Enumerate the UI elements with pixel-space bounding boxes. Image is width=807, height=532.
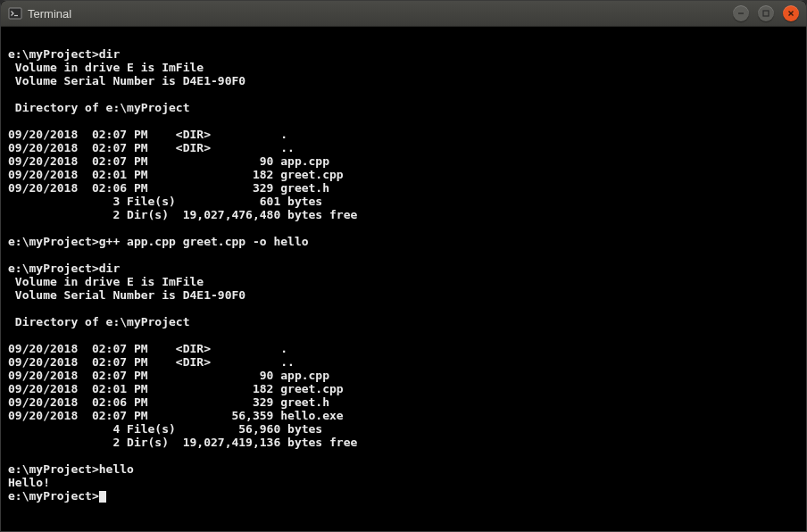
terminal-icon [8, 6, 22, 21]
cursor [99, 491, 106, 503]
maximize-button[interactable] [758, 5, 774, 21]
terminal-window: Terminal e:\myProject>dir Volume in driv… [0, 0, 807, 532]
close-button[interactable] [783, 5, 799, 21]
svg-rect-3 [763, 11, 769, 16]
titlebar[interactable]: Terminal [1, 1, 806, 27]
window-controls [733, 5, 799, 21]
terminal-output[interactable]: e:\myProject>dir Volume in drive E is Im… [8, 34, 799, 503]
window-title: Terminal [28, 7, 733, 21]
terminal-body[interactable]: e:\myProject>dir Volume in drive E is Im… [1, 27, 806, 531]
svg-rect-0 [9, 8, 21, 19]
minimize-button[interactable] [733, 5, 749, 21]
